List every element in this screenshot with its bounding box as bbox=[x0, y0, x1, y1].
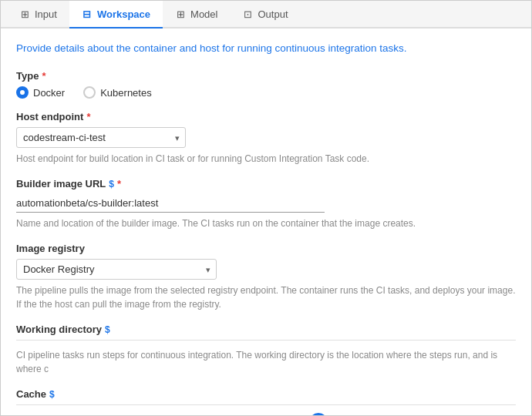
image-registry-select[interactable]: Docker Registry bbox=[16, 259, 217, 280]
builder-image-field-group: Builder image URL $ * Name and location … bbox=[16, 178, 516, 230]
host-required: * bbox=[86, 111, 90, 122]
add-cache-button[interactable]: + bbox=[309, 413, 328, 416]
builder-required: * bbox=[117, 178, 121, 190]
working-dir-field-group: Working directory $ CI pipeline tasks ru… bbox=[16, 324, 516, 376]
tab-bar: Input Workspace Model Output bbox=[1, 1, 531, 29]
builder-image-dollar[interactable]: $ bbox=[109, 179, 114, 190]
tab-output[interactable]: Output bbox=[230, 1, 300, 29]
image-registry-label: Image registry bbox=[16, 243, 516, 254]
image-registry-field-group: Image registry Docker Registry ▾ The pip… bbox=[16, 243, 516, 311]
type-label: Type * bbox=[16, 70, 516, 82]
workspace-icon bbox=[82, 8, 93, 19]
host-endpoint-select[interactable]: codestream-ci-test bbox=[16, 127, 186, 148]
image-registry-select-wrapper: Docker Registry ▾ bbox=[16, 259, 217, 280]
input-icon bbox=[19, 8, 30, 19]
builder-image-hint: Name and location of the builder image. … bbox=[16, 216, 516, 230]
model-icon bbox=[175, 8, 186, 19]
working-dir-divider bbox=[16, 340, 516, 341]
host-endpoint-select-wrapper: codestream-ci-test ▾ bbox=[16, 127, 186, 148]
tab-output-label: Output bbox=[258, 8, 288, 20]
host-endpoint-field-group: Host endpoint * codestream-ci-test ▾ Hos… bbox=[16, 111, 516, 166]
type-radio-group: Docker Kubernetes bbox=[16, 86, 516, 99]
output-icon bbox=[242, 8, 253, 19]
tab-input-label: Input bbox=[35, 8, 57, 20]
cache-label: Cache $ bbox=[16, 388, 516, 400]
radio-docker[interactable]: Docker bbox=[16, 86, 65, 99]
tab-model[interactable]: Model bbox=[163, 1, 230, 29]
cache-dollar[interactable]: $ bbox=[49, 389, 55, 400]
radio-kubernetes[interactable]: Kubernetes bbox=[83, 86, 152, 99]
docker-label: Docker bbox=[33, 87, 65, 99]
docker-radio-circle[interactable] bbox=[16, 86, 29, 99]
cache-divider bbox=[16, 404, 516, 405]
tab-input[interactable]: Input bbox=[7, 1, 69, 29]
kubernetes-label: Kubernetes bbox=[100, 87, 152, 99]
type-field-group: Type * Docker Kubernetes bbox=[16, 70, 516, 99]
tab-workspace-label: Workspace bbox=[97, 8, 150, 20]
type-required: * bbox=[42, 70, 45, 82]
kubernetes-radio-circle[interactable] bbox=[83, 86, 96, 99]
tab-model-label: Model bbox=[190, 8, 217, 20]
builder-image-input[interactable] bbox=[16, 194, 325, 213]
description-text: Provide details about the container and … bbox=[16, 41, 516, 56]
working-dir-label: Working directory $ bbox=[16, 324, 516, 335]
host-endpoint-hint: Host endpoint for build location in CI t… bbox=[16, 152, 516, 166]
cache-field-group: Cache $ + bbox=[16, 388, 516, 416]
main-content: Provide details about the container and … bbox=[1, 29, 531, 416]
tab-workspace[interactable]: Workspace bbox=[69, 1, 163, 29]
builder-image-label: Builder image URL $ * bbox=[16, 178, 516, 190]
working-dir-dollar[interactable]: $ bbox=[105, 324, 110, 335]
host-endpoint-label: Host endpoint * bbox=[16, 111, 516, 122]
working-dir-hint: CI pipeline tasks run steps for continuo… bbox=[16, 348, 516, 376]
image-registry-hint: The pipeline pulls the image from the se… bbox=[16, 283, 516, 311]
